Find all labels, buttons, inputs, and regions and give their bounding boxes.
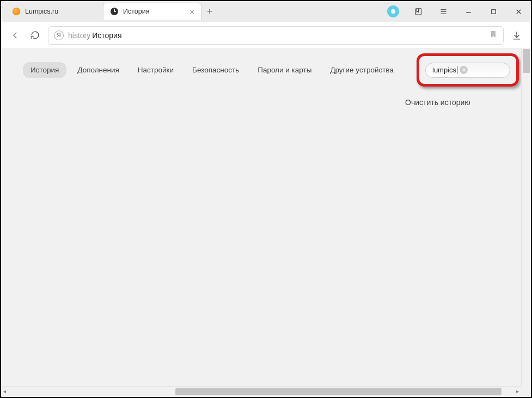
- tab-bar: Lumpics.ru История × +: [1, 1, 531, 22]
- tab-favicon-orange-icon: [12, 7, 21, 16]
- history-search-input[interactable]: lumpics ✕: [425, 63, 510, 78]
- svg-rect-5: [491, 9, 496, 14]
- clear-search-icon[interactable]: ✕: [460, 66, 468, 74]
- scrollbar-thumb[interactable]: [175, 388, 502, 395]
- nav-passwords[interactable]: Пароли и карты: [250, 62, 319, 78]
- reload-button[interactable]: [28, 29, 41, 42]
- scroll-right-icon[interactable]: ►: [515, 389, 520, 394]
- minimize-button[interactable]: [456, 2, 481, 21]
- new-tab-button[interactable]: +: [201, 3, 218, 20]
- tab-lumpics[interactable]: Lumpics.ru: [5, 3, 103, 20]
- close-window-button[interactable]: [506, 2, 531, 21]
- nav-devices[interactable]: Другие устройства: [322, 62, 401, 78]
- bookmark-icon[interactable]: [489, 30, 498, 41]
- downloads-button[interactable]: [510, 29, 523, 42]
- clock-icon: [110, 7, 119, 16]
- maximize-button[interactable]: [481, 2, 506, 21]
- bookmarks-panel-icon[interactable]: [406, 2, 431, 21]
- menu-icon[interactable]: [431, 2, 456, 21]
- toolbar: Я history История: [1, 22, 531, 49]
- tab-title: Lumpics.ru: [25, 8, 58, 15]
- tab-history[interactable]: История ×: [103, 3, 201, 20]
- vertical-scrollbar[interactable]: [521, 49, 531, 386]
- nav-history[interactable]: История: [23, 62, 66, 78]
- yandex-icon: Я: [54, 30, 64, 40]
- scroll-left-icon[interactable]: ◄: [2, 389, 7, 394]
- horizontal-scrollbar[interactable]: ◄ ►: [1, 386, 521, 397]
- content-area: История Дополнения Настройки Безопасност…: [1, 49, 531, 397]
- search-value: lumpics: [432, 66, 456, 74]
- back-button[interactable]: [9, 29, 22, 42]
- scrollbar-thumb[interactable]: [523, 49, 530, 73]
- alice-icon[interactable]: [387, 5, 399, 17]
- text-cursor: [457, 66, 457, 74]
- address-text: history История: [68, 31, 122, 40]
- address-bar[interactable]: Я history История: [48, 26, 504, 45]
- nav-settings[interactable]: Настройки: [130, 62, 181, 78]
- settings-nav: История Дополнения Настройки Безопасност…: [1, 49, 531, 78]
- history-search-group: lumpics ✕: [425, 63, 510, 78]
- clear-history-link[interactable]: Очистить историю: [405, 98, 470, 107]
- tab-title: История: [123, 8, 149, 15]
- nav-addons[interactable]: Дополнения: [70, 62, 126, 78]
- close-tab-icon[interactable]: ×: [189, 7, 194, 16]
- nav-security[interactable]: Безопасность: [185, 62, 247, 78]
